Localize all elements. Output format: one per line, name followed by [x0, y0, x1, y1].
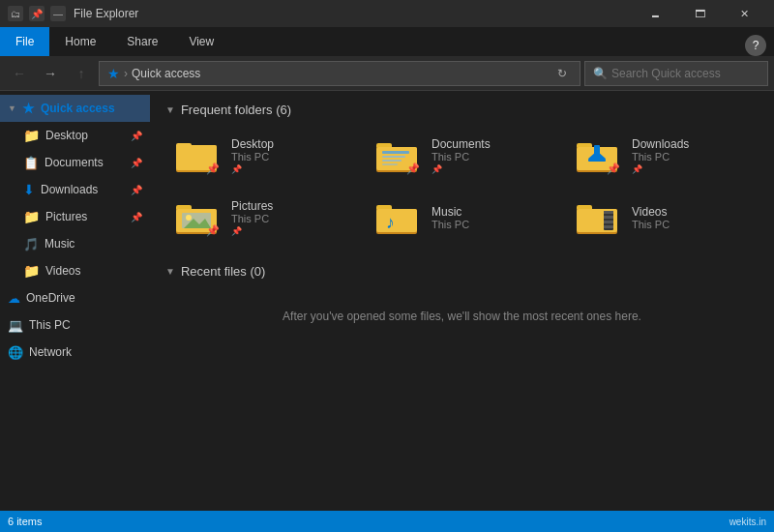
- folder-item-videos[interactable]: Videos This PC: [566, 191, 759, 245]
- svg-rect-12: [382, 160, 402, 162]
- downloads-folder-location: This PC: [632, 151, 689, 163]
- main-area: ▼ ★ Quick access 📁 Desktop 📌 📋 Documents…: [0, 91, 774, 511]
- recent-chevron[interactable]: ▼: [165, 266, 175, 277]
- title-bar-icons: 🗂 📌 —: [8, 6, 66, 21]
- title-bar: 🗂 📌 — File Explorer 🗕 🗖 ✕: [0, 0, 774, 27]
- sidebar-item-music[interactable]: 🎵 Music: [0, 230, 150, 257]
- tab-share[interactable]: Share: [111, 27, 173, 56]
- music-folder-icon: ♪: [375, 198, 422, 237]
- documents-pin: 📌: [432, 164, 491, 174]
- sidebar-item-network[interactable]: 🌐 Network: [0, 339, 150, 366]
- documents-label: Documents: [45, 156, 104, 169]
- music-label: Music: [45, 237, 74, 251]
- close-button[interactable]: ✕: [722, 0, 766, 27]
- desktop-folder-info: Desktop This PC 📌: [231, 137, 274, 174]
- pin-icon: 📌: [29, 6, 45, 21]
- back-button[interactable]: ←: [6, 61, 33, 86]
- minus-icon: —: [50, 6, 66, 21]
- svg-rect-13: [382, 163, 398, 165]
- downloads-folder-name: Downloads: [632, 137, 689, 151]
- pictures-folder-icon: 📌: [175, 198, 222, 237]
- music-folder-info: Music This PC: [432, 205, 469, 230]
- downloads-folder-info: Downloads This PC 📌: [632, 137, 689, 174]
- svg-rect-5: [176, 143, 192, 149]
- folder-item-documents[interactable]: 📌 Documents This PC 📌: [366, 129, 558, 183]
- ribbon: File Home Share View ?: [0, 27, 774, 56]
- folder-item-desktop[interactable]: 📌 Desktop This PC 📌: [165, 129, 358, 183]
- pin-icon: 📌: [131, 131, 142, 141]
- item-count: 6 items: [8, 516, 42, 527]
- search-input[interactable]: [611, 67, 759, 80]
- folder-icon: 📁: [23, 128, 40, 143]
- address-input[interactable]: ★ › Quick access ↻: [99, 61, 580, 86]
- maximize-button[interactable]: 🗖: [677, 0, 722, 27]
- svg-rect-37: [604, 225, 613, 228]
- minimize-button[interactable]: 🗕: [633, 0, 677, 27]
- folder-grid: 📌 Desktop This PC 📌: [165, 129, 759, 245]
- svg-rect-18: [594, 145, 600, 157]
- network-icon: 🌐: [8, 345, 23, 360]
- documents-folder-icon: 📌: [375, 136, 422, 175]
- pin-icon: 📌: [131, 185, 142, 195]
- tab-view[interactable]: View: [173, 27, 229, 56]
- videos-folder-icon: [576, 198, 622, 237]
- videos-folder-name: Videos: [632, 205, 670, 219]
- sidebar-item-videos[interactable]: 📁 Videos: [0, 257, 150, 284]
- sidebar-item-desktop[interactable]: 📁 Desktop 📌: [0, 122, 150, 149]
- documents-folder-location: This PC: [432, 151, 491, 163]
- window-title: File Explorer: [74, 7, 633, 20]
- tab-home[interactable]: Home: [49, 27, 111, 56]
- help-button[interactable]: ?: [745, 35, 766, 56]
- quick-access-label: Quick access: [41, 102, 115, 115]
- svg-rect-10: [382, 151, 409, 154]
- videos-folder-info: Videos This PC: [632, 205, 670, 230]
- help-area: ?: [745, 35, 774, 56]
- pictures-pin: 📌: [231, 226, 273, 236]
- sidebar-item-this-pc[interactable]: 💻 This PC: [0, 311, 150, 339]
- status-bar: 6 items wekits.in: [0, 511, 774, 532]
- sidebar-item-pictures[interactable]: 📁 Pictures 📌: [0, 203, 150, 230]
- tab-file[interactable]: File: [0, 27, 49, 56]
- music-icon: 🎵: [23, 237, 39, 251]
- this-pc-label: This PC: [29, 318, 71, 332]
- sidebar-item-onedrive[interactable]: ☁ OneDrive: [0, 284, 150, 311]
- documents-icon: 📋: [23, 156, 39, 170]
- content-area: ▼ Frequent folders (6) 📌: [150, 91, 774, 511]
- folder-item-pictures[interactable]: 📌 Pictures This PC 📌: [165, 191, 358, 245]
- star-icon: ★: [107, 66, 120, 81]
- desktop-folder-icon: 📌: [175, 136, 222, 175]
- onedrive-label: OneDrive: [26, 291, 75, 305]
- sidebar-item-documents[interactable]: 📋 Documents 📌: [0, 149, 150, 176]
- folder-item-downloads[interactable]: 📌 Downloads This PC 📌: [566, 129, 759, 183]
- videos-folder-location: This PC: [632, 219, 670, 230]
- downloads-label: Downloads: [41, 183, 98, 196]
- breadcrumb-separator: ›: [124, 67, 128, 80]
- address-bar: ← → ↑ ★ › Quick access ↻ 🔍: [0, 56, 774, 91]
- ribbon-tabs: File Home Share View ?: [0, 27, 774, 56]
- search-box[interactable]: 🔍: [584, 61, 768, 86]
- desktop-label: Desktop: [45, 129, 88, 142]
- recent-title: Recent files (0): [181, 264, 265, 279]
- frequent-title: Frequent folders (6): [181, 103, 291, 117]
- music-folder-name: Music: [432, 205, 469, 219]
- folder-item-music[interactable]: ♪ Music This PC: [366, 191, 558, 245]
- svg-point-24: [186, 215, 192, 221]
- frequent-chevron[interactable]: ▼: [165, 104, 175, 115]
- downloads-folder-icon: 📌: [576, 136, 622, 175]
- music-folder-location: This PC: [432, 219, 469, 230]
- quick-access-chevron: ▼: [8, 103, 16, 113]
- pictures-folder-name: Pictures: [231, 199, 273, 213]
- desktop-folder-name: Desktop: [231, 137, 274, 151]
- videos-icon: 📁: [23, 263, 40, 279]
- network-label: Network: [29, 345, 72, 359]
- documents-folder-name: Documents: [432, 137, 491, 151]
- pin-icon: 📌: [131, 212, 142, 222]
- up-button[interactable]: ↑: [68, 61, 95, 86]
- forward-button[interactable]: →: [37, 61, 64, 86]
- sidebar-item-quick-access[interactable]: ▼ ★ Quick access: [0, 95, 150, 122]
- pictures-folder-info: Pictures This PC 📌: [231, 199, 273, 236]
- sidebar-item-downloads[interactable]: ⬇ Downloads 📌: [0, 176, 150, 203]
- pictures-icon: 📁: [23, 209, 40, 224]
- recent-files-header: ▼ Recent files (0): [165, 264, 759, 279]
- search-icon: 🔍: [593, 67, 608, 80]
